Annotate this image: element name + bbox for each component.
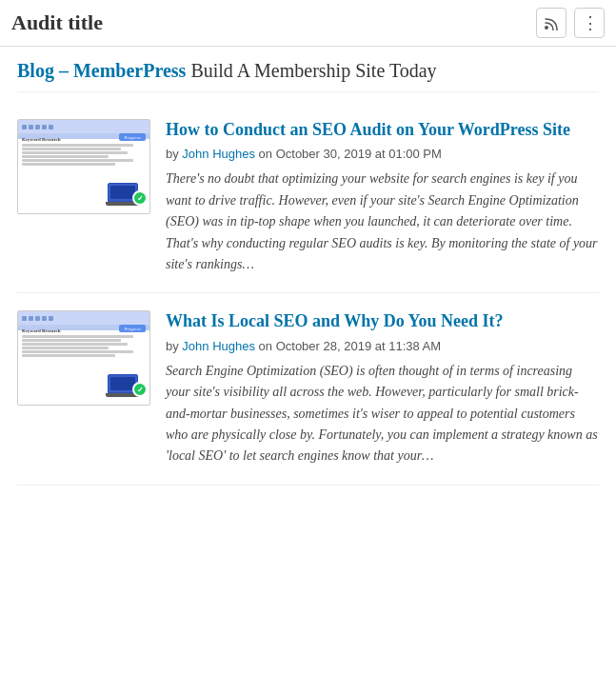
thumb-nav-bar <box>18 120 149 133</box>
thumb-nav-dot <box>22 125 27 129</box>
post-meta: by John Hughes on October 28, 2019 at 11… <box>166 339 599 353</box>
post-date: October 28, 2019 at 11:38 AM <box>276 339 441 353</box>
thumb-nav-dot <box>42 316 47 321</box>
thumb-line <box>22 354 115 357</box>
thumb-line <box>22 163 115 166</box>
post-excerpt: There's no doubt that optimizing your we… <box>166 169 599 275</box>
vertical-dots-icon: ⋮ <box>582 14 598 31</box>
thumb-nav-dot <box>49 125 53 129</box>
post-content: How to Conduct an SEO Audit on Your Word… <box>166 119 599 275</box>
post-thumbnail: Progress Keyword Research <box>17 310 150 406</box>
thumb-line <box>22 335 133 338</box>
list-item: Progress Keyword Research <box>17 293 599 485</box>
thumb-nav-dot <box>22 316 27 321</box>
more-options-button[interactable]: ⋮ <box>574 8 605 38</box>
thumb-progress: Progress <box>119 325 146 332</box>
thumb-nav-dot <box>42 125 47 129</box>
post-title-link[interactable]: What Is Local SEO and Why Do You Need It… <box>166 310 599 332</box>
post-author: John Hughes <box>182 147 255 161</box>
thumb-line <box>22 144 133 147</box>
top-bar-actions: ⋮ <box>536 8 605 38</box>
thumb-line <box>22 155 109 158</box>
list-item: Progress Keyword Research <box>17 102 599 293</box>
thumb-line <box>22 151 128 154</box>
posts-list: Progress Keyword Research <box>0 92 616 495</box>
thumb-line <box>22 339 121 342</box>
post-date: October 30, 2019 at 01:00 PM <box>276 147 442 161</box>
post-meta: by John Hughes on October 30, 2019 at 01… <box>166 147 599 161</box>
site-header: Blog – MemberPress Build A Membership Si… <box>0 47 616 91</box>
site-header-link[interactable]: Blog – MemberPress <box>17 60 186 81</box>
post-content: What Is Local SEO and Why Do You Need It… <box>166 310 599 467</box>
thumb-line <box>22 350 133 353</box>
thumb-body <box>22 144 146 166</box>
svg-point-0 <box>545 26 548 30</box>
site-header-plain: Build A Membership Site Today <box>186 60 436 81</box>
thumb-circle-badge: ✓ <box>132 382 148 397</box>
thumb-line <box>22 159 133 162</box>
page-title: Audit title <box>11 10 536 35</box>
thumb-nav-bar <box>18 311 149 325</box>
thumb-progress: Progress <box>119 133 146 141</box>
thumb-line <box>22 148 121 150</box>
top-bar: Audit title ⋮ <box>0 0 616 47</box>
thumb-body <box>22 335 146 357</box>
rss-icon <box>544 15 559 30</box>
post-title-link[interactable]: How to Conduct an SEO Audit on Your Word… <box>166 119 599 141</box>
thumb-nav-dot <box>29 316 33 321</box>
post-author: John Hughes <box>182 339 255 353</box>
thumb-nav-dot <box>29 125 33 129</box>
thumb-circle-badge: ✓ <box>132 190 148 206</box>
thumb-nav-dot <box>35 125 40 129</box>
thumbnail-image: Progress Keyword Research <box>18 120 149 213</box>
thumb-nav-dot <box>49 316 53 321</box>
rss-icon-button[interactable] <box>536 8 566 38</box>
post-thumbnail: Progress Keyword Research <box>17 119 150 214</box>
post-excerpt: Search Engine Optimization (SEO) is ofte… <box>166 361 599 467</box>
thumb-line <box>22 347 109 349</box>
thumbnail-image: Progress Keyword Research <box>18 311 149 405</box>
thumb-line <box>22 343 128 346</box>
thumb-nav-dot <box>35 316 40 321</box>
